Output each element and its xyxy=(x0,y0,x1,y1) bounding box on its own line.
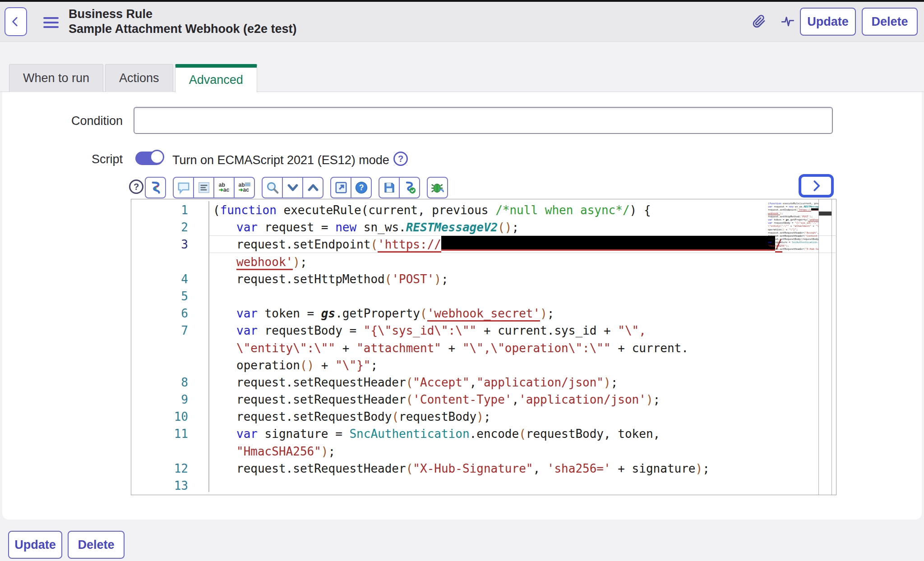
line-number: 6 xyxy=(131,305,188,322)
toolbar-group xyxy=(379,177,420,198)
line-number: 3 xyxy=(131,236,188,253)
code-line[interactable]: 1(function executeRule(current, previous… xyxy=(131,202,836,219)
expand-editor-button[interactable] xyxy=(799,174,834,198)
chevron-right-icon xyxy=(809,179,823,193)
form-header: Business Rule Sample Attachment Webhook … xyxy=(0,2,924,42)
toolbar-group xyxy=(145,177,166,198)
line-number: 10 xyxy=(131,408,188,425)
syntax-macros-icon xyxy=(149,181,162,194)
code-line[interactable]: 11var signature = SncAuthentication.enco… xyxy=(131,425,836,442)
editor-toolbar: ab➜acab➜ac? xyxy=(145,177,455,198)
code-line[interactable]: 3request.setEndpoint('https:/// xyxy=(131,236,836,253)
editor-scrollbar[interactable] xyxy=(818,199,832,495)
replace-icon: ab➜ac xyxy=(219,183,229,193)
tab-actions[interactable]: Actions xyxy=(105,64,173,92)
code-line[interactable]: 5 xyxy=(131,288,836,305)
code-line[interactable]: webhook'); xyxy=(131,253,836,271)
code-line[interactable]: 7var requestBody = "{\"sys_id\":\"" + cu… xyxy=(131,322,836,339)
toolbar-group xyxy=(262,177,323,198)
save-button[interactable] xyxy=(379,177,400,198)
back-button[interactable] xyxy=(5,7,27,36)
svg-text:?: ? xyxy=(359,183,364,192)
replace-all-button[interactable]: ab➜ac xyxy=(234,177,255,198)
condition-input[interactable] xyxy=(134,107,833,134)
replace-all-icon: ab➜ac xyxy=(238,183,250,193)
format-code-button[interactable] xyxy=(193,177,214,198)
es-mode-toggle[interactable] xyxy=(135,152,163,165)
activity-icon xyxy=(780,14,795,29)
code-line[interactable]: 10request.setRequestBody(requestBody); xyxy=(131,408,836,425)
code-area[interactable]: 1(function executeRule(current, previous… xyxy=(131,202,836,494)
toggle-comment-button[interactable] xyxy=(173,177,194,198)
script-help-icon[interactable]: ? xyxy=(129,179,143,194)
condition-label: Condition xyxy=(5,114,123,128)
toolbar-group: ? xyxy=(330,177,372,198)
line-number: 5 xyxy=(131,288,188,305)
footer-delete-button[interactable]: Delete xyxy=(68,531,125,559)
context-menu-button[interactable] xyxy=(43,17,59,28)
line-number: 13 xyxy=(131,477,188,494)
find-previous-icon xyxy=(306,181,320,194)
code-line[interactable]: 2var request = new sn_ws.RESTMessageV2()… xyxy=(131,219,836,236)
line-number: 12 xyxy=(131,460,188,477)
redacted-url xyxy=(441,236,775,251)
line-number: 1 xyxy=(131,202,188,219)
line-number: 8 xyxy=(131,374,188,391)
toggle-knob xyxy=(150,150,164,164)
line-number: 2 xyxy=(131,219,188,236)
script-check-icon xyxy=(403,181,416,194)
code-line[interactable]: "HmacSHA256"); xyxy=(131,443,836,460)
replace-button[interactable]: ab➜ac xyxy=(213,177,235,198)
code-line[interactable]: 9request.setRequestHeader('Content-Type'… xyxy=(131,391,836,408)
debug-button[interactable] xyxy=(427,177,448,198)
script-editor[interactable]: 1(function executeRule(current, previous… xyxy=(131,199,836,495)
tab-advanced[interactable]: Advanced xyxy=(175,64,257,92)
line-number: 4 xyxy=(131,271,188,288)
page-title-block: Business Rule Sample Attachment Webhook … xyxy=(69,7,297,37)
record-name-subtitle: Sample Attachment Webhook (e2e test) xyxy=(69,22,297,37)
editor-help-icon: ? xyxy=(355,181,368,194)
line-number: 11 xyxy=(131,425,188,442)
tab-when-to-run[interactable]: When to run xyxy=(9,64,103,92)
es-mode-label: Turn on ECMAScript 2021 (ES12) mode xyxy=(172,153,389,167)
save-icon xyxy=(383,181,396,194)
code-minimap: (function executeRule(current, previous … xyxy=(768,202,818,294)
script-check-button[interactable] xyxy=(399,177,420,198)
line-number: 7 xyxy=(131,322,188,339)
open-in-new-window-icon xyxy=(334,181,348,194)
toolbar-group xyxy=(427,177,448,198)
toolbar-group: ab➜acab➜ac xyxy=(173,177,255,198)
debug-icon xyxy=(431,181,444,194)
record-type-title: Business Rule xyxy=(69,7,297,22)
header-update-button[interactable]: Update xyxy=(800,8,856,36)
code-line[interactable]: 13 xyxy=(131,477,836,494)
tab-bar: When to runActionsAdvanced xyxy=(9,60,259,92)
find-next-icon xyxy=(286,181,300,194)
chevron-left-icon xyxy=(10,15,22,28)
toggle-comment-icon xyxy=(177,181,190,194)
footer-update-button[interactable]: Update xyxy=(8,531,62,559)
scrollbar-thumb[interactable] xyxy=(819,212,832,216)
attachment-button[interactable] xyxy=(749,10,769,32)
activity-button[interactable] xyxy=(778,10,798,32)
open-in-new-window-button[interactable] xyxy=(330,177,351,198)
code-line[interactable]: 8request.setRequestHeader("Accept","appl… xyxy=(131,374,836,391)
code-line[interactable]: 6var token = gs.getProperty('webhook_sec… xyxy=(131,305,836,322)
code-line[interactable]: 12request.setRequestHeader("X-Hub-Signat… xyxy=(131,460,836,477)
attachment-icon xyxy=(751,14,767,29)
syntax-macros-button[interactable] xyxy=(145,177,166,198)
header-delete-button[interactable]: Delete xyxy=(862,8,918,36)
code-line[interactable]: 4request.setHttpMethod('POST'); xyxy=(131,271,836,288)
find-next-button[interactable] xyxy=(282,177,303,198)
es-mode-help-icon[interactable]: ? xyxy=(393,152,408,166)
script-label: Script xyxy=(5,152,123,166)
line-number: 9 xyxy=(131,391,188,408)
find-previous-button[interactable] xyxy=(302,177,323,198)
code-line[interactable]: operation() + "\"}"; xyxy=(131,357,836,374)
search-icon xyxy=(266,181,279,194)
editor-help-button[interactable]: ? xyxy=(351,177,372,198)
format-code-icon xyxy=(197,181,211,194)
search-button[interactable] xyxy=(262,177,283,198)
code-line[interactable]: \"entity\":\"" + "attachment" + "\",\"op… xyxy=(131,340,836,357)
